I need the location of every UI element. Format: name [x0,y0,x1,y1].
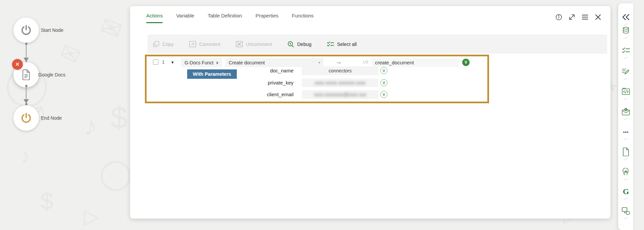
param-row-private-key: private_key xxxx xxxxx xxxxxxx xxxx V [147,78,487,88]
file-icon[interactable] [622,148,630,156]
info-icon[interactable] [555,13,562,21]
param-value: connectors [329,68,352,73]
chevron-down-icon: ∨ [216,60,219,65]
variable-badge-outline-icon[interactable]: V [380,91,387,98]
row-checkbox[interactable] [153,59,158,65]
param-value-field[interactable]: xxxx.xxxxxxxx@xxxx.xxx [302,90,378,99]
result-type-tag: LO [363,60,368,64]
param-value-redacted: xxxx.xxxxxxxx@xxxx.xxx [314,92,366,97]
select-all-label: Select all [337,42,357,47]
copy-icon [153,41,159,47]
result-name-value: create_document [375,60,414,65]
error-badge-icon[interactable]: ✕ [12,59,23,70]
assign-arrow-icon: → [335,58,342,66]
editor-panel: Actions Variable Table Definition Proper… [130,6,610,219]
tab-table-definition[interactable]: Table Definition [208,13,242,23]
variable-badge-filled-icon[interactable]: V [462,59,470,66]
param-label: client_email [267,92,293,97]
compose-edit-icon[interactable] [622,67,630,76]
right-icon-rail: ••• G [618,3,633,230]
param-value-redacted: xxxx xxxxx xxxxxxx xxxx [315,80,366,85]
copy-label: Copy [162,42,174,47]
start-node[interactable] [13,17,39,43]
more-dots-glyph: ••• [623,129,629,134]
debug-label: Debug [297,42,312,47]
comment-icon [189,41,196,47]
method-dropdown[interactable]: Create document ▾ [225,58,323,67]
param-value-field[interactable]: xxxx xxxxx xxxxxxx xxxx [302,78,378,87]
row-index: 1 [162,59,165,65]
connector-line [26,87,26,100]
debug-button[interactable]: Debug [287,41,312,48]
param-label: doc_name [270,68,293,73]
power-icon [20,24,32,36]
variable-badge-outline-icon[interactable]: V [380,79,387,86]
uncomment-button[interactable]: Uncomment [236,41,272,47]
google-g-icon[interactable]: G [622,187,630,196]
tab-properties[interactable]: Properties [256,13,278,23]
code-window-icon[interactable] [622,87,630,96]
tab-actions[interactable]: Actions [146,13,163,23]
database-icon[interactable] [622,26,630,35]
dropdown-arrow-icon: ▾ [318,61,320,64]
select-all-checklist-icon [327,41,334,47]
uncomment-icon [236,41,243,47]
connector-dropdown[interactable]: G-Docs Funct ∨ [181,58,222,67]
method-dropdown-value: Create document [229,60,265,65]
end-node[interactable] [13,105,39,131]
param-value-field[interactable]: connectors [302,66,378,75]
flow-shapes-icon[interactable] [622,207,630,215]
collapse-double-chevron-icon[interactable] [622,13,630,21]
panel-header-actions [555,13,602,21]
debug-magnifier-icon [287,41,294,48]
param-row-client-email: client_email xxxx.xxxxxxxx@xxxx.xxx V [147,90,487,99]
power-icon [20,112,32,124]
ai-head-icon[interactable] [622,168,630,176]
variable-badge-outline-icon[interactable]: V [380,67,387,74]
more-dots-icon[interactable]: ••• [622,127,630,136]
tab-variable[interactable]: Variable [176,13,194,23]
google-docs-node-label: Google Docs [38,72,65,77]
checklist-icon[interactable] [622,46,630,55]
copy-button[interactable]: Copy [153,41,174,47]
param-row-doc-name: doc_name connectors V [147,66,487,75]
mail-at-icon[interactable] [622,107,630,116]
connector-dropdown-value: G-Docs Funct [184,60,213,65]
connector-line [26,44,26,58]
start-node-label: Start Node [41,27,63,33]
comment-button[interactable]: Comment [189,41,220,47]
uncomment-label: Uncomment [246,42,272,47]
selected-action-row[interactable]: 1 ▼ G-Docs Funct ∨ Create document ▾ → L… [145,55,489,103]
end-node-label: End Node [41,115,62,121]
connector-dot [25,103,28,105]
tab-functions[interactable]: Functions [292,13,314,23]
google-g-glyph: G [623,187,629,196]
result-name-field[interactable]: create_document [372,58,460,67]
row-expand-caret-icon[interactable]: ▼ [171,60,174,64]
close-icon[interactable] [594,13,602,21]
comment-label: Comment [199,42,220,47]
select-all-button[interactable]: Select all [327,41,357,47]
document-icon [21,69,31,80]
param-label: private_key [268,80,293,85]
actions-toolbar: Copy Comment Uncomment [148,35,607,54]
tab-bar: Actions Variable Table Definition Proper… [146,13,314,23]
menu-icon[interactable] [581,13,589,21]
expand-icon[interactable] [568,13,576,21]
